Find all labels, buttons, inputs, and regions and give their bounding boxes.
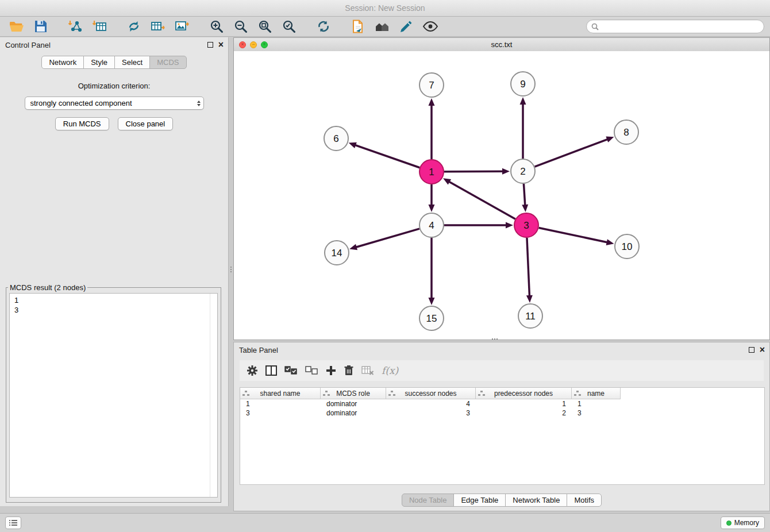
graph-node-label-7: 7 <box>429 80 434 91</box>
tab-mcds[interactable]: MCDS <box>149 56 186 69</box>
table-row[interactable]: 1dominator411 <box>240 399 764 408</box>
table-row[interactable]: 3dominator323 <box>240 408 764 418</box>
table-cell[interactable]: 4 <box>386 400 476 408</box>
mcds-result-list[interactable]: 13 <box>9 293 218 498</box>
column-header-label: shared name <box>260 390 300 398</box>
column-header-name[interactable]: name <box>572 388 621 399</box>
table-cell[interactable]: 3 <box>386 409 476 417</box>
column-header-MCDS-role[interactable]: MCDS role <box>321 388 386 399</box>
delete-table-button[interactable] <box>361 365 374 376</box>
save-session-button[interactable] <box>30 18 52 35</box>
zoom-in-button[interactable] <box>206 18 228 35</box>
table-cell[interactable]: 2 <box>476 409 572 417</box>
homes-button[interactable] <box>371 18 393 35</box>
open-session-button[interactable] <box>6 18 28 35</box>
criterion-dropdown[interactable]: strongly connected component <box>25 97 204 110</box>
table-cell[interactable]: 1 <box>476 400 572 408</box>
select-all-columns-button[interactable] <box>284 366 298 375</box>
function-builder-button[interactable]: f(x) <box>382 365 398 376</box>
table-delete-icon <box>361 365 374 376</box>
column-header-predecessor-nodes[interactable]: predecessor nodes <box>476 388 572 399</box>
show-hide-button[interactable] <box>419 18 441 35</box>
table-cell[interactable]: 3 <box>572 409 621 417</box>
table-cell[interactable]: dominator <box>321 409 386 417</box>
zoom-fit-button[interactable] <box>254 18 276 35</box>
mcds-result-item[interactable]: 3 <box>14 305 213 315</box>
horizontal-splitter-handle[interactable] <box>492 338 493 340</box>
edge-2-3[interactable] <box>523 184 525 206</box>
search-field[interactable] <box>586 20 764 33</box>
table-cell[interactable]: 3 <box>240 409 321 417</box>
apply-layout-button[interactable] <box>123 18 145 35</box>
graph-node-label-9: 9 <box>520 79 525 90</box>
edge-3-11[interactable] <box>527 238 530 296</box>
share-document-button[interactable] <box>347 18 369 35</box>
edge-arrowhead <box>526 295 533 303</box>
float-panel-icon[interactable] <box>207 42 213 48</box>
tab-select[interactable]: Select <box>114 56 150 69</box>
search-icon <box>591 23 599 30</box>
tab-node-table[interactable]: Node Table <box>402 494 455 507</box>
tab-network-table[interactable]: Network Table <box>505 494 567 507</box>
import-network-button[interactable] <box>64 18 86 35</box>
network-graph[interactable]: 7968124314101511 <box>234 51 769 340</box>
tab-network[interactable]: Network <box>41 56 84 69</box>
window-close-icon[interactable]: × <box>239 41 246 48</box>
close-panel-icon[interactable]: × <box>218 40 224 49</box>
edge-3-1[interactable] <box>449 182 515 219</box>
edge-1-6[interactable] <box>355 145 419 168</box>
deselect-all-columns-button[interactable] <box>305 366 318 375</box>
export-image-button[interactable] <box>171 18 193 35</box>
network-canvas[interactable]: 7968124314101511 <box>234 51 769 340</box>
layout-arrows-icon <box>127 20 141 33</box>
zoom-selected-button[interactable] <box>278 18 300 35</box>
network-window-titlebar[interactable]: × − + scc.txt <box>234 38 769 52</box>
style-brush-button[interactable] <box>395 18 417 35</box>
import-network-icon <box>68 20 83 33</box>
show-panels-button[interactable] <box>5 516 21 529</box>
vertical-splitter-handle[interactable] <box>230 267 232 268</box>
table-cell[interactable]: 1 <box>572 400 621 408</box>
column-header-successor-nodes[interactable]: successor nodes <box>386 388 476 399</box>
table-cell[interactable]: 1 <box>240 400 321 408</box>
graph-node-label-10: 10 <box>622 241 633 252</box>
search-input[interactable] <box>602 22 759 32</box>
graph-node-label-6: 6 <box>333 133 338 144</box>
table-header-row: shared nameMCDS rolesuccessor nodesprede… <box>240 388 764 399</box>
column-tree-icon <box>574 391 581 396</box>
eye-icon <box>423 21 438 32</box>
delete-column-button[interactable] <box>344 365 354 376</box>
magnifier-minus-icon <box>234 20 248 33</box>
refresh-network-button[interactable] <box>313 18 334 35</box>
column-header-label: predecessor nodes <box>494 390 553 398</box>
edge-2-8[interactable] <box>535 139 609 167</box>
optimization-criterion-label: Optimization criterion: <box>0 82 228 90</box>
memory-button[interactable]: Memory <box>721 516 765 529</box>
zoom-out-button[interactable] <box>230 18 252 35</box>
table-toolbar: f(x) <box>240 360 764 381</box>
table-settings-button[interactable] <box>247 365 258 376</box>
window-zoom-icon[interactable]: + <box>261 41 268 48</box>
window-minimize-icon[interactable]: − <box>250 41 257 48</box>
mcds-result-item[interactable]: 1 <box>14 295 213 305</box>
edge-1-2[interactable] <box>444 171 503 172</box>
refresh-icon <box>317 20 330 33</box>
tab-motifs[interactable]: Motifs <box>567 494 602 507</box>
table-cell[interactable]: dominator <box>321 400 386 408</box>
import-table-button[interactable] <box>88 18 110 35</box>
export-table-button[interactable] <box>147 18 169 35</box>
edge-3-10[interactable] <box>539 228 608 242</box>
column-header-shared-name[interactable]: shared name <box>240 388 321 399</box>
show-columns-button[interactable] <box>265 365 277 376</box>
document-share-icon <box>352 20 364 33</box>
edge-arrowhead <box>606 137 614 142</box>
close-table-panel-icon[interactable]: × <box>760 345 765 354</box>
run-mcds-button[interactable]: Run MCDS <box>55 117 109 130</box>
add-column-button[interactable] <box>326 365 336 376</box>
float-table-panel-icon[interactable] <box>749 347 754 353</box>
tab-edge-table[interactable]: Edge Table <box>453 494 506 507</box>
close-panel-button[interactable]: Close panel <box>118 117 174 130</box>
tab-style[interactable]: Style <box>83 56 115 69</box>
window-title: Session: New Session <box>0 0 770 17</box>
edge-4-14[interactable] <box>356 229 419 247</box>
